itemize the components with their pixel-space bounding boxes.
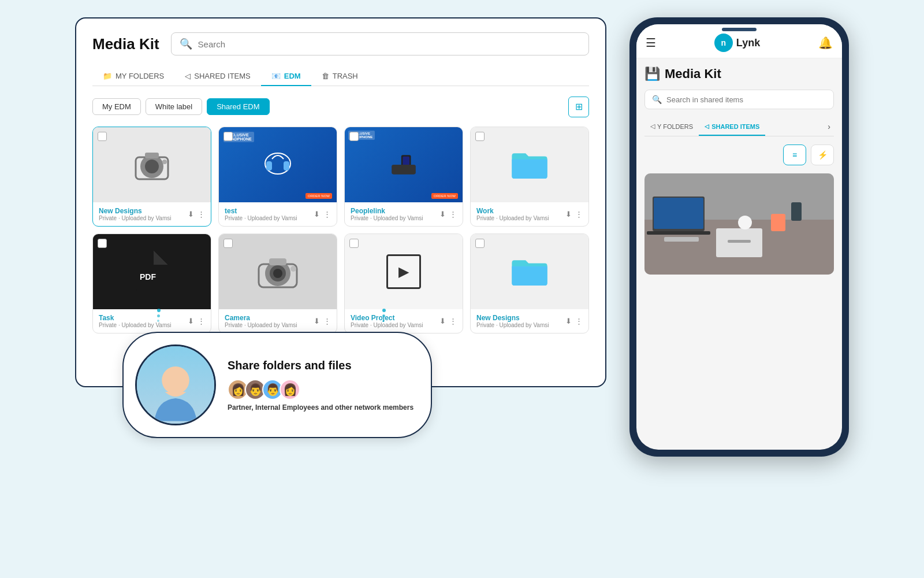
svg-point-18 [290,266,296,272]
file-thumbnail [471,234,588,309]
checkbox[interactable] [98,239,107,248]
svg-rect-24 [647,231,710,235]
search-input[interactable] [198,39,580,49]
more-icon[interactable]: ⋮ [198,210,205,218]
checkbox[interactable] [223,132,233,141]
mobile-page-title: Media Kit [665,66,721,81]
file-info: New Designs Private · Uploaded by Vamsi … [93,202,211,226]
svg-rect-23 [654,198,703,229]
mobile-tab-my-folders[interactable]: ◁ Y FOLDERS [644,118,699,136]
chevron-right-icon[interactable]: › [824,117,834,136]
checkbox[interactable] [475,132,485,141]
download-icon[interactable]: ⬇ [565,317,572,325]
download-icon[interactable]: ⬇ [439,210,446,218]
file-meta: Camera Private · Uploaded by Vamsi [225,314,314,328]
more-icon[interactable]: ⋮ [575,317,583,325]
download-icon[interactable]: ⬇ [565,210,572,218]
mobile-preview-image [644,173,834,275]
file-card[interactable]: New Designs Private · Uploaded by Vamsi … [92,127,211,227]
file-name: Video Project [351,314,439,322]
search-bar[interactable]: 🔍 [171,32,589,55]
mobile-search-icon: 🔍 [652,95,662,104]
tab-edm[interactable]: 📧 EDM [261,67,311,86]
file-card[interactable]: Camera Private · Uploaded by Vamsi ⬇ ⋮ [218,234,337,334]
file-card[interactable]: New Designs Private · Uploaded by Vamsi … [470,234,589,334]
hamburger-menu-icon[interactable]: ☰ [646,36,656,50]
list-icon: ≡ [792,150,797,160]
file-meta: Peoplelink Private · Uploaded by Vamsi [351,207,439,221]
checkbox[interactable] [223,239,233,248]
svg-point-1 [145,160,159,173]
svg-rect-3 [145,153,159,158]
download-icon[interactable]: ⬇ [314,210,320,218]
file-actions: ⬇ ⋮ [439,210,457,218]
file-meta: New Designs Private · Uploaded by Vamsi [476,314,565,328]
download-icon[interactable]: ⬇ [314,317,320,325]
folder-icon: 📁 [103,72,112,80]
svg-rect-27 [791,202,802,221]
filter-my-edm[interactable]: My EDM [92,98,141,115]
mobile-search-bar[interactable]: 🔍 [644,90,834,109]
file-card[interactable]: EXCLUSIVEHEADPHONE ORDER NOW test Privat… [218,127,337,227]
file-info: Work Private · Uploaded by Vamsi ⬇ ⋮ [471,202,588,226]
phone-screen: ☰ n Lynk 🔔 💾 Media Kit 🔍 [636,24,842,450]
file-info: Task Private · Uploaded by Vamsi ⬇ ⋮ [93,309,211,333]
svg-point-28 [738,216,752,229]
bell-icon[interactable]: 🔔 [818,36,833,50]
more-icon[interactable]: ⋮ [449,210,457,218]
order-now-badge-2: ORDER NOW [431,193,458,199]
svg-text:PDF: PDF [140,272,156,281]
file-card[interactable]: EXCLUSIVEHEADPHONE ORDER NOW Peoplelink … [344,127,463,227]
filter-shared-edm[interactable]: Shared EDM [207,98,269,115]
more-icon[interactable]: ⋮ [323,317,331,325]
desktop-header: Media Kit 🔍 [92,32,589,55]
share-content: Share folders and files 👩 👨 👨 👩 Partner,… [228,359,413,412]
file-card[interactable]: Work Private · Uploaded by Vamsi ⬇ ⋮ [470,127,589,227]
tab-trash[interactable]: 🗑 TRASH [311,67,368,86]
file-name: Task [99,314,188,322]
file-sub: Private · Uploaded by Vamsi [225,322,314,328]
file-meta: New Designs Private · Uploaded by Vamsi [99,207,188,221]
file-grid: New Designs Private · Uploaded by Vamsi … [92,127,589,334]
mobile-tab-shared-items[interactable]: ◁ SHARED ITEMS [699,118,765,136]
share-bubble: Share folders and files 👩 👨 👨 👩 Partner,… [122,332,432,438]
filter-view-button[interactable]: ⚡ [811,144,834,165]
share-avatars-row: 👩 👨 👨 👩 [228,379,413,400]
mobile-search-input[interactable] [666,95,826,104]
file-actions: ⬇ ⋮ [565,317,583,325]
download-icon[interactable]: ⬇ [439,317,446,325]
svg-rect-30 [728,240,751,243]
filter-white-label[interactable]: White label [146,98,202,115]
file-thumbnail: EXCLUSIVEHEADPHONE ORDER NOW [219,127,337,202]
more-icon[interactable]: ⋮ [323,210,331,218]
svg-rect-26 [771,214,785,231]
svg-rect-17 [269,258,286,265]
file-card[interactable]: ▶ Video Project Private · Uploaded by Va… [344,234,463,334]
checkbox[interactable] [349,239,359,248]
more-icon[interactable]: ⋮ [575,210,583,218]
checkbox[interactable] [475,239,485,248]
tab-my-folders[interactable]: 📁 MY FOLDERS [92,67,174,86]
file-sub: Private · Uploaded by Vamsi [476,322,565,328]
more-icon[interactable]: ⋮ [449,317,457,325]
file-thumbnail: PDF [93,234,211,309]
checkbox[interactable] [98,132,107,141]
tab-shared-items[interactable]: ◁ SHARED ITEMS [174,67,261,86]
file-actions: ⬇ ⋮ [188,210,205,218]
dots-connector-top [157,309,161,322]
checkbox[interactable] [349,132,359,141]
file-sub: Private · Uploaded by Vamsi [225,215,314,221]
svg-rect-7 [284,161,289,171]
list-view-button[interactable]: ≡ [783,144,806,165]
file-thumbnail [93,127,211,202]
more-icon[interactable]: ⋮ [198,317,205,325]
download-icon[interactable]: ⬇ [188,210,194,218]
file-actions: ⬇ ⋮ [188,317,205,325]
mobile-logo: n Lynk [714,34,760,52]
grid-toggle-button[interactable]: ⊞ [568,97,589,117]
desktop-panel: Media Kit 🔍 📁 MY FOLDERS ◁ SHARED ITEMS … [75,17,606,387]
download-icon[interactable]: ⬇ [188,317,194,325]
share-person-avatar [135,344,216,425]
file-meta: Work Private · Uploaded by Vamsi [476,207,565,221]
file-card[interactable]: PDF Task Private · Uploaded by Vamsi ⬇ ⋮ [92,234,211,334]
